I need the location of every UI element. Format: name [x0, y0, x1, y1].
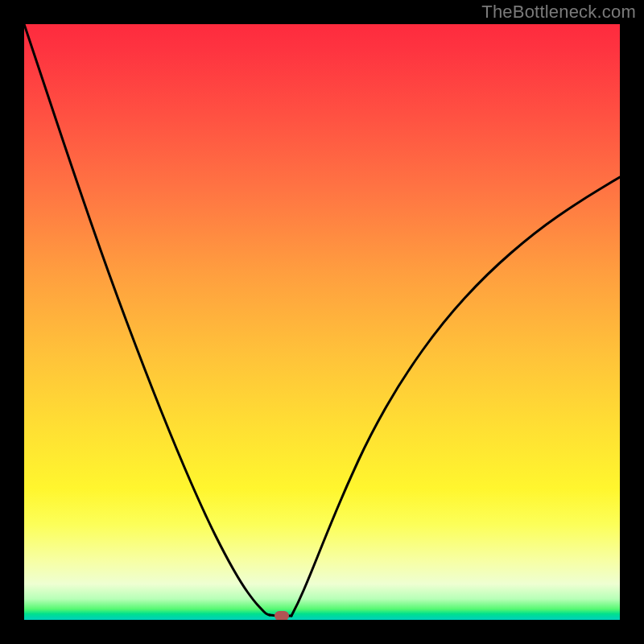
- bottleneck-curve: [24, 24, 620, 620]
- optimal-point-marker: [275, 611, 289, 620]
- curve-left-branch: [24, 24, 270, 615]
- curve-right-branch: [291, 177, 620, 616]
- plot-area: [24, 24, 620, 620]
- chart-frame: TheBottleneck.com: [0, 0, 644, 644]
- watermark-text: TheBottleneck.com: [481, 2, 636, 23]
